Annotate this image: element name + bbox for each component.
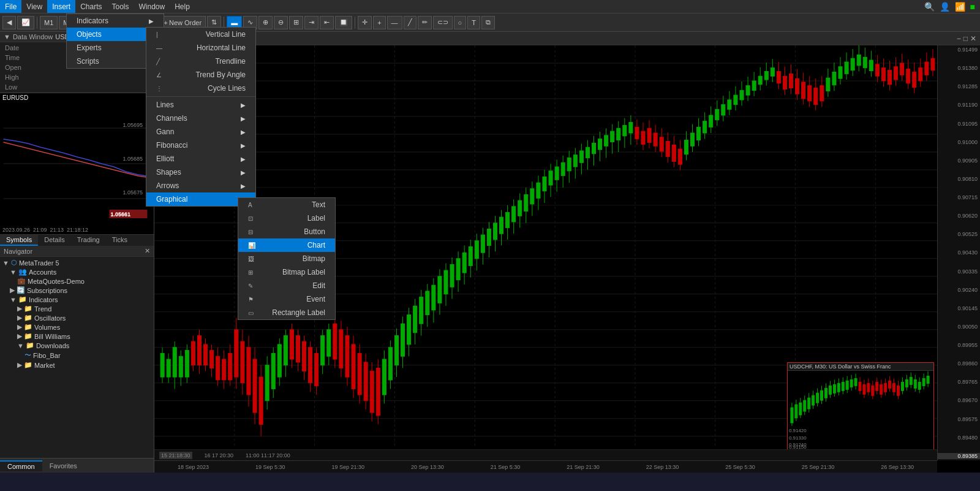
nav-downloads[interactable]: ▼ 📁 Downloads xyxy=(0,341,154,350)
menu-graph-event[interactable]: ⚑ Event xyxy=(238,292,335,306)
menu-graph-bitmap[interactable]: 🖼 Bitmap xyxy=(238,252,335,265)
timeframe-m1[interactable]: M1 xyxy=(40,16,58,29)
menu-obj-channels[interactable]: Channels ▶ xyxy=(146,112,255,125)
text-icon: A xyxy=(248,202,252,208)
crosshair-btn[interactable]: ✛ xyxy=(358,16,372,29)
navigator-header: Navigator ✕ xyxy=(0,246,154,257)
menu-graph-edit[interactable]: ✎ Edit xyxy=(238,279,335,292)
tab-trading[interactable]: Trading xyxy=(71,235,106,246)
grid-btn[interactable]: ⊞ xyxy=(289,16,303,29)
chart-maximize-btn[interactable]: □ xyxy=(963,34,968,43)
menu-insert[interactable]: Insert xyxy=(47,0,75,13)
menu-obj-cyclelines[interactable]: ⋮ Cycle Lines xyxy=(146,82,255,95)
submenu-arrow-icon: ▶ xyxy=(241,169,246,176)
submenu-arrow-icon: ▶ xyxy=(241,142,246,149)
expand-icon: ▼ xyxy=(4,33,10,40)
graphical-menu: A Text ⊡ Label ⊟ Button 📊 Chart 🖼 Bitmap… xyxy=(238,197,336,320)
nav-accounts[interactable]: ▼ 👥 Accounts xyxy=(0,267,154,276)
price-label: 0.91499 xyxy=(938,47,980,53)
text-btn[interactable]: T xyxy=(467,16,480,29)
time-label: 22 Sep 13:30 xyxy=(646,464,679,470)
menu-obj-elliott[interactable]: Elliott ▶ xyxy=(146,152,255,166)
menu-graph-label[interactable]: ⊡ Label xyxy=(238,211,335,225)
nav-label-downloads: Downloads xyxy=(36,342,69,349)
trend-btn[interactable]: ╱ xyxy=(404,16,417,29)
menu-file[interactable]: File xyxy=(0,0,21,13)
scroll-left-btn[interactable]: ⇤ xyxy=(320,16,334,29)
fib-btn[interactable]: ⊂⊃ xyxy=(433,16,453,29)
nav-volumes[interactable]: ▶ 📁 Volumes xyxy=(0,322,154,332)
menu-graph-chart[interactable]: 📊 Chart xyxy=(238,238,335,252)
bottom-tab-favorites[interactable]: Favorites xyxy=(42,461,85,471)
tab-symbols[interactable]: Symbols xyxy=(0,235,38,246)
auto-scroll-btn[interactable]: 🔲 xyxy=(335,16,352,29)
menu-graph-bitmap-label[interactable]: ⊞ Bitmap Label xyxy=(238,265,335,279)
menu-obj-hline[interactable]: — Horizontal Line xyxy=(146,41,255,55)
field-label-date: Date xyxy=(1,44,38,52)
scroll-right-btn[interactable]: ⇥ xyxy=(304,16,318,29)
menu-graph-rect-label[interactable]: ▭ Rectangle Label xyxy=(238,306,335,319)
expand-icon: ▶ xyxy=(17,323,22,331)
time-label: 20 Sep 13:30 xyxy=(411,464,444,470)
new-chart-button[interactable]: 📈 xyxy=(17,16,34,29)
hline-btn[interactable]: — xyxy=(387,16,402,29)
user-icon[interactable]: 👤 xyxy=(940,2,950,12)
mini-chart-symbol: EURUSD xyxy=(2,94,28,101)
event-icon: ⚑ xyxy=(248,296,254,303)
menu-obj-trendline[interactable]: ╱ Trendline xyxy=(146,55,255,68)
menu-obj-gann[interactable]: Gann ▶ xyxy=(146,125,255,139)
nav-oscillators[interactable]: ▶ 📁 Oscillators xyxy=(0,313,154,322)
nav-indicators[interactable]: ▼ 📁 Indicators xyxy=(0,295,154,304)
signal-icon[interactable]: 📶 xyxy=(955,2,965,12)
submenu-arrow-icon: ▶ xyxy=(241,156,246,162)
menu-obj-trendangle[interactable]: ∠ Trend By Angle xyxy=(146,68,255,82)
price-label: 0.91190 xyxy=(938,102,980,108)
time-label: 19 Sep 21:30 xyxy=(332,464,365,470)
tab-ticks[interactable]: Ticks xyxy=(106,235,134,246)
draw-plus-btn[interactable]: + xyxy=(373,16,385,29)
menu-obj-fibonacci[interactable]: Fibonacci ▶ xyxy=(146,139,255,152)
menu-insert-indicators[interactable]: Indicators ▶ xyxy=(67,14,164,28)
ellipse-btn[interactable]: ○ xyxy=(454,16,467,29)
chart-close-btn[interactable]: ✕ xyxy=(970,34,976,43)
back-button[interactable]: ◀ xyxy=(2,16,16,29)
expand-icon: ▶ xyxy=(10,286,15,294)
nav-subscriptions[interactable]: ▶ 🔄 Subscriptions xyxy=(0,286,154,295)
nav-trend[interactable]: ▶ 📁 Trend xyxy=(0,304,154,313)
nav-market[interactable]: ▶ 📁 Market xyxy=(0,360,154,370)
search-icon[interactable]: 🔍 xyxy=(924,2,935,12)
nav-metaquotes-demo[interactable]: 💼 MetaQuotes-Demo xyxy=(0,276,154,286)
pen-btn[interactable]: ✏ xyxy=(418,16,432,29)
app-icon: ⬡ xyxy=(11,259,17,267)
nav-label-market: Market xyxy=(34,362,55,369)
nav-bill-williams[interactable]: ▶ 📁 Bill Williams xyxy=(0,332,154,341)
menu-graph-button[interactable]: ⊟ Button xyxy=(238,225,335,238)
time-label: 19 Sep 5:30 xyxy=(255,464,285,470)
navigator-close-icon[interactable]: ✕ xyxy=(145,247,150,255)
price-label: 0.90145 xyxy=(938,305,980,311)
nav-fibo-bar[interactable]: 〜 Fibo_Bar xyxy=(0,350,154,360)
trendangle-icon: ∠ xyxy=(156,72,162,78)
menu-obj-vline[interactable]: | Vertical Line xyxy=(146,28,255,41)
zoom-in-btn[interactable]: ⊕ xyxy=(258,16,273,29)
menu-graph-text[interactable]: A Text xyxy=(238,198,335,211)
menu-view[interactable]: View xyxy=(21,0,47,13)
menu-charts[interactable]: Charts xyxy=(75,0,107,13)
menu-window[interactable]: Window xyxy=(134,0,170,13)
price-label: 0.90525 xyxy=(938,231,980,237)
menu-help[interactable]: Help xyxy=(170,0,195,13)
time-label: 25 Sep 5:30 xyxy=(725,464,755,470)
zoom-out-btn[interactable]: ⊖ xyxy=(274,16,288,29)
chart-minimize-btn[interactable]: − xyxy=(957,34,961,43)
nav-label-metatrader: MetaTrader 5 xyxy=(19,259,59,267)
menu-obj-shapes[interactable]: Shapes ▶ xyxy=(146,166,255,179)
field-label-open: Open xyxy=(1,63,38,72)
objects-btn[interactable]: ⧉ xyxy=(481,16,495,29)
menu-obj-arrows[interactable]: Arrows ▶ xyxy=(146,179,255,192)
menu-obj-lines[interactable]: Lines ▶ xyxy=(146,98,255,112)
bottom-tab-common[interactable]: Common xyxy=(0,460,42,471)
price-label: 0.91000 xyxy=(938,139,980,145)
tab-details[interactable]: Details xyxy=(38,235,71,246)
price-axis: 0.91499 0.91380 0.91285 0.91190 0.91095 … xyxy=(937,45,980,460)
menu-tools[interactable]: Tools xyxy=(107,0,134,13)
